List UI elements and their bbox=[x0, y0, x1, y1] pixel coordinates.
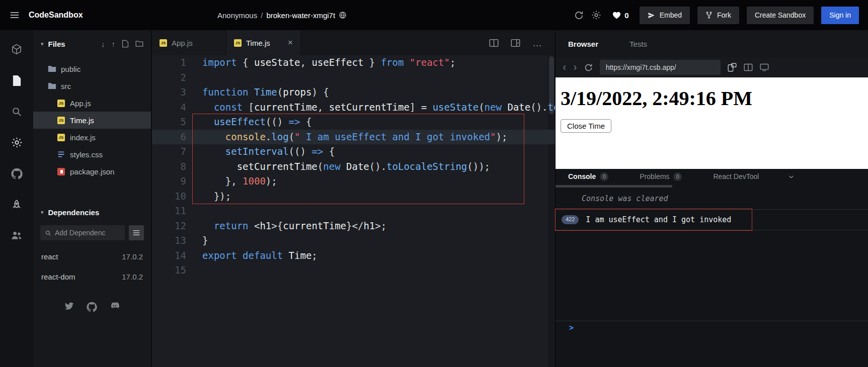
js-file-icon: JS bbox=[57, 134, 65, 141]
code-line-6[interactable]: 6 console.log(" I am useEffect and I got… bbox=[152, 130, 555, 145]
code-editor[interactable]: 1import { useState, useEffect } from "re… bbox=[152, 55, 555, 367]
open-preview-icon[interactable] bbox=[511, 39, 520, 47]
line-number: 7 bbox=[152, 144, 186, 159]
code-text: import { useState, useEffect } from "rea… bbox=[202, 55, 455, 70]
code-line-13[interactable]: 13} bbox=[152, 233, 555, 248]
dependency-row-react-dom[interactable]: react-dom17.0.2 bbox=[33, 266, 151, 287]
split-editor-icon[interactable] bbox=[489, 39, 499, 47]
new-folder-icon[interactable] bbox=[135, 40, 143, 47]
upload-icon[interactable]: ↑ bbox=[112, 40, 116, 48]
line-number: 1 bbox=[152, 55, 186, 70]
add-dependency-field[interactable] bbox=[55, 229, 120, 237]
console-scrollbar[interactable] bbox=[556, 185, 672, 188]
breadcrumb-user[interactable]: Anonymous bbox=[217, 11, 257, 20]
forward-icon[interactable]: › bbox=[573, 62, 577, 73]
code-line-4[interactable]: 4 const [currentTime, setCurrentTime] = … bbox=[152, 100, 555, 115]
list-icon bbox=[133, 230, 140, 236]
refresh-icon[interactable] bbox=[584, 63, 593, 72]
split-preview-icon[interactable] bbox=[744, 63, 753, 71]
code-text: const [currentTime, setCurrentTime] = us… bbox=[202, 100, 555, 115]
file-package.json[interactable]: package.json bbox=[33, 163, 151, 180]
code-line-12[interactable]: 12 return <h1>{currentTime}</h1>; bbox=[152, 219, 555, 234]
collapse-files-chevron-icon[interactable]: ▾ bbox=[41, 41, 44, 47]
dependency-menu-button[interactable] bbox=[129, 225, 144, 240]
menu-icon[interactable] bbox=[9, 10, 20, 21]
responsive-mode-icon[interactable] bbox=[728, 63, 737, 72]
sign-in-button[interactable]: Sign in bbox=[821, 7, 859, 24]
add-dependency-input[interactable] bbox=[40, 225, 125, 240]
code-line-1[interactable]: 1import { useState, useEffect } from "re… bbox=[152, 55, 555, 70]
discord-icon[interactable] bbox=[109, 302, 120, 312]
tab-browser[interactable]: Browser bbox=[568, 40, 598, 48]
tab-problems[interactable]: Problems 0 bbox=[640, 172, 682, 181]
download-icon[interactable]: ↓ bbox=[101, 40, 105, 48]
tab-console[interactable]: Console 0 bbox=[568, 172, 608, 181]
prompt-chevron: > bbox=[569, 323, 574, 332]
code-line-3[interactable]: 3function Time(props) { bbox=[152, 85, 555, 100]
console-collapse-chevron-icon[interactable] bbox=[788, 173, 795, 180]
tab-tests[interactable]: Tests bbox=[629, 40, 647, 48]
time-display: 3/19/2022, 2:49:16 PM bbox=[561, 86, 863, 110]
code-line-14[interactable]: 14export default Time; bbox=[152, 248, 555, 263]
deploy-icon[interactable] bbox=[11, 199, 22, 210]
close-tab-icon[interactable]: × bbox=[288, 38, 293, 48]
code-line-9[interactable]: 9 }, 1000); bbox=[152, 174, 555, 189]
js-file-icon: JS bbox=[234, 39, 242, 47]
team-icon[interactable] bbox=[11, 230, 23, 241]
dependency-name: react bbox=[41, 252, 58, 261]
file-Time.js[interactable]: JSTime.js bbox=[33, 112, 151, 129]
folder-src[interactable]: src bbox=[33, 77, 151, 95]
tab-react-devtool[interactable]: React DevTool bbox=[713, 172, 759, 180]
fork-button[interactable]: Fork bbox=[697, 7, 739, 24]
likes-count: 0 bbox=[624, 11, 628, 20]
file-index.js[interactable]: JSindex.js bbox=[33, 129, 151, 146]
file-name: App.js bbox=[70, 99, 91, 108]
collapse-dependencies-chevron-icon[interactable]: ▾ bbox=[41, 209, 44, 216]
refresh-icon[interactable] bbox=[574, 11, 584, 20]
code-line-10[interactable]: 10 }); bbox=[152, 189, 555, 204]
console-prompt[interactable]: > bbox=[556, 321, 868, 334]
editor-tab-bar: JSApp.jsJSTime.js× … bbox=[152, 30, 555, 55]
github-icon[interactable] bbox=[11, 168, 23, 179]
codesandbox-logo-icon[interactable] bbox=[11, 43, 23, 55]
create-sandbox-button[interactable]: Create Sandbox bbox=[747, 7, 814, 24]
close-time-button[interactable]: Close Time bbox=[561, 119, 611, 133]
search-icon[interactable] bbox=[11, 106, 22, 117]
embed-button[interactable]: Embed bbox=[640, 7, 690, 24]
topbar-left: CodeSandbox bbox=[9, 10, 83, 21]
code-line-11[interactable]: 11 bbox=[152, 204, 555, 219]
privacy-globe-icon[interactable] bbox=[339, 11, 347, 19]
url-bar[interactable] bbox=[600, 60, 721, 75]
files-header-actions: ↓ ↑ bbox=[101, 40, 143, 48]
settings-icon[interactable] bbox=[591, 10, 601, 20]
console-log-row[interactable]: 422 I am useEffect and I got invoked bbox=[556, 209, 868, 230]
code-line-7[interactable]: 7 setInterval(() => { bbox=[152, 144, 555, 159]
tab-App.js[interactable]: JSApp.js bbox=[152, 30, 226, 55]
more-options-icon[interactable]: … bbox=[532, 38, 543, 48]
line-number: 6 bbox=[152, 130, 186, 145]
files-icon[interactable] bbox=[12, 75, 22, 86]
folder-public[interactable]: public bbox=[33, 60, 151, 77]
open-new-window-icon[interactable] bbox=[760, 63, 769, 71]
tab-Time.js[interactable]: JSTime.js× bbox=[226, 30, 301, 55]
breadcrumb-project[interactable]: broken-water-xmgi7t bbox=[266, 11, 335, 20]
settings-icon[interactable] bbox=[11, 137, 23, 148]
dependency-row-react[interactable]: react17.0.2 bbox=[33, 246, 151, 266]
file-styles.css[interactable]: styles.css bbox=[33, 146, 151, 163]
file-App.js[interactable]: JSApp.js bbox=[33, 95, 151, 112]
editor-panel: JSApp.jsJSTime.js× … 1import { useState,… bbox=[152, 30, 555, 367]
file-name: Time.js bbox=[70, 116, 94, 125]
code-line-15[interactable]: 15 bbox=[152, 263, 555, 278]
like-button[interactable]: 0 bbox=[612, 11, 628, 20]
twitter-icon[interactable] bbox=[64, 302, 74, 312]
browser-nav-bar: ‹ › bbox=[556, 57, 868, 77]
new-file-icon[interactable] bbox=[122, 40, 129, 48]
code-line-5[interactable]: 5 useEffect(() => { bbox=[152, 115, 555, 130]
code-line-2[interactable]: 2 bbox=[152, 70, 555, 85]
back-icon[interactable]: ‹ bbox=[563, 62, 566, 73]
file-name: index.js bbox=[70, 133, 96, 142]
github-icon[interactable] bbox=[87, 302, 97, 312]
app-logo[interactable]: CodeSandbox bbox=[29, 11, 83, 20]
code-line-8[interactable]: 8 setCurrentTime(new Date().toLocaleStri… bbox=[152, 159, 555, 174]
console-cleared-message: Console was cleared bbox=[582, 194, 868, 205]
